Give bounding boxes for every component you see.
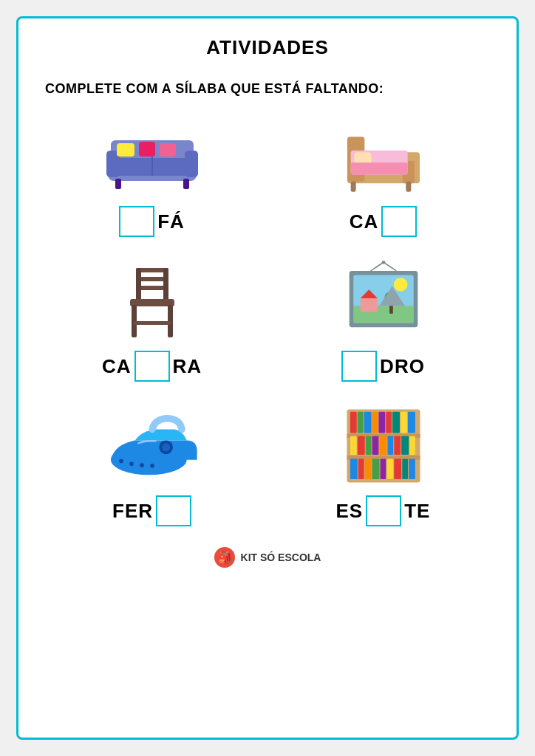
svg-point-46 <box>140 464 144 468</box>
iron-blank[interactable] <box>156 495 191 526</box>
chair-text-ra: RA <box>173 355 202 378</box>
svg-rect-72 <box>372 459 379 480</box>
svg-rect-68 <box>409 436 415 455</box>
svg-rect-52 <box>357 412 363 433</box>
picture-blank[interactable] <box>341 351 377 382</box>
svg-rect-53 <box>364 412 371 433</box>
svg-rect-76 <box>402 459 408 480</box>
bed-image <box>332 116 435 197</box>
svg-rect-67 <box>401 436 409 455</box>
chair-blank[interactable] <box>134 351 170 382</box>
svg-rect-24 <box>130 299 174 306</box>
bookshelf-word: ES TE <box>336 495 431 526</box>
svg-rect-69 <box>350 459 357 480</box>
svg-rect-70 <box>358 459 364 480</box>
bed-blank[interactable] <box>381 206 417 237</box>
sofa-text: FÁ <box>157 210 185 233</box>
bed-text-ca: CA <box>350 210 379 233</box>
svg-rect-16 <box>350 162 407 174</box>
svg-rect-55 <box>378 412 385 433</box>
sofa-image <box>100 116 204 197</box>
svg-rect-75 <box>394 459 401 480</box>
iron-word: FER <box>112 495 191 526</box>
svg-rect-64 <box>379 436 386 455</box>
svg-rect-7 <box>117 143 134 157</box>
footer: 🎒 KIT SÓ ESCOLA <box>214 547 321 568</box>
svg-rect-71 <box>364 459 371 480</box>
exercise-bed: CA <box>276 116 490 237</box>
svg-rect-57 <box>392 412 400 433</box>
svg-point-47 <box>150 464 154 468</box>
chair-image <box>100 261 204 342</box>
svg-rect-8 <box>139 142 155 157</box>
brand-icon: 🎒 <box>214 547 235 568</box>
exercise-picture: DRO <box>276 261 490 382</box>
svg-rect-18 <box>406 182 411 192</box>
page-container: ATIVIDADES COMPLETE COM A SÍLABA QUE EST… <box>16 16 519 740</box>
sofa-word: FÁ <box>119 206 185 237</box>
chair-text-ca: CA <box>102 355 132 378</box>
iron-text-fer: FER <box>112 500 153 523</box>
svg-rect-56 <box>386 412 392 433</box>
svg-rect-59 <box>408 412 415 433</box>
bed-word: CA <box>350 206 418 237</box>
svg-rect-58 <box>401 412 407 433</box>
svg-rect-36 <box>360 298 377 312</box>
svg-rect-4 <box>185 151 198 177</box>
svg-rect-66 <box>394 436 401 455</box>
svg-rect-62 <box>365 436 371 455</box>
bookshelf-text-es: ES <box>336 500 364 523</box>
svg-rect-77 <box>409 459 415 480</box>
picture-image <box>332 261 435 342</box>
svg-rect-54 <box>372 412 378 433</box>
svg-point-44 <box>119 459 123 464</box>
svg-rect-6 <box>183 179 189 189</box>
svg-rect-17 <box>350 182 355 192</box>
svg-rect-74 <box>386 459 393 480</box>
svg-line-28 <box>370 263 383 272</box>
exercise-iron: FER <box>45 405 259 526</box>
svg-rect-5 <box>115 179 121 189</box>
svg-rect-15 <box>354 152 371 164</box>
sofa-blank[interactable] <box>119 206 154 237</box>
svg-rect-9 <box>160 143 176 157</box>
picture-text-dro: DRO <box>380 355 425 378</box>
bookshelf-blank[interactable] <box>366 495 401 526</box>
exercises-grid: FÁ <box>45 116 490 526</box>
exercise-chair: CA RA <box>45 261 259 382</box>
iron-image <box>100 405 204 487</box>
svg-rect-73 <box>380 459 386 480</box>
svg-rect-60 <box>350 436 356 455</box>
svg-point-43 <box>162 443 170 451</box>
exercise-bookshelf: ES TE <box>276 405 490 526</box>
page-title: ATIVIDADES <box>206 36 329 59</box>
svg-point-45 <box>129 462 134 467</box>
svg-rect-27 <box>133 321 171 325</box>
brand-label: KIT SÓ ESCOLA <box>241 551 321 563</box>
svg-point-35 <box>393 278 407 292</box>
bookshelf-image <box>332 405 435 487</box>
svg-rect-63 <box>372 436 378 455</box>
instruction-text: COMPLETE COM A SÍLABA QUE ESTÁ FALTANDO: <box>45 80 490 98</box>
exercise-sofa: FÁ <box>45 116 259 237</box>
chair-word: CA RA <box>102 351 202 382</box>
svg-rect-61 <box>357 436 364 455</box>
svg-line-29 <box>384 263 396 272</box>
bookshelf-text-te: TE <box>404 500 430 523</box>
svg-point-30 <box>381 261 385 264</box>
picture-word: DRO <box>341 351 425 382</box>
svg-rect-51 <box>350 412 356 433</box>
svg-rect-65 <box>387 436 393 455</box>
